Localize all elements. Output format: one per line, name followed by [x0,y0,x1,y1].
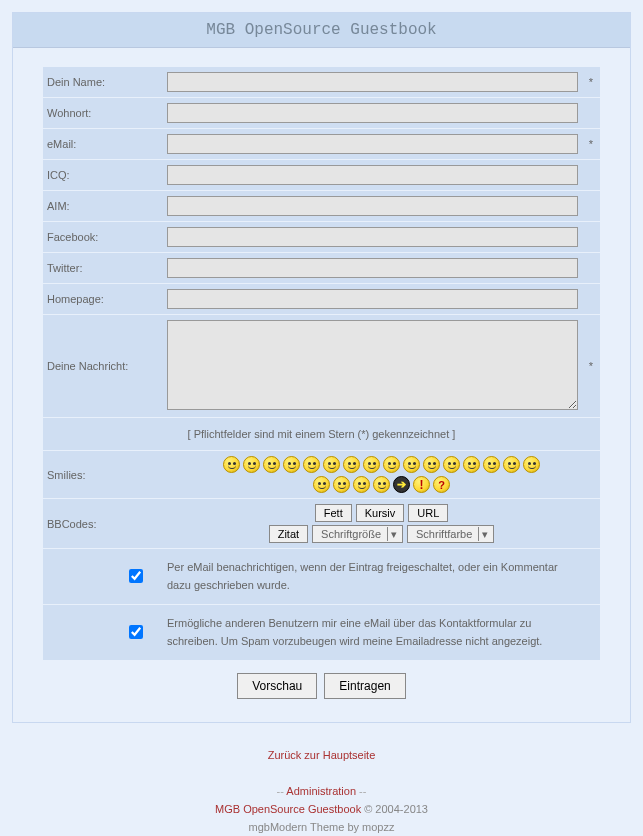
eintragen-button[interactable]: Eintragen [324,673,405,699]
bbcode-zitat-button[interactable]: Zitat [269,525,308,543]
smiley-evil-icon[interactable] [373,476,390,493]
smiley-tongue-icon[interactable] [363,456,380,473]
back-link[interactable]: Zurück zur Hauptseite [268,749,376,761]
smiley-arrow-icon[interactable]: ➔ [393,476,410,493]
message-required: * [582,315,600,418]
smiley-unsure-icon[interactable] [503,456,520,473]
product-link[interactable]: MGB OpenSource Guestbook [215,803,361,815]
wohnort-label: Wohnort: [43,98,163,129]
notify-checkbox[interactable] [129,569,143,583]
smiley-exclaim-icon[interactable]: ! [413,476,430,493]
form-table: Dein Name:* Wohnort: eMail:* ICQ: AIM: F… [43,66,600,704]
smiley-neutral-icon[interactable] [383,456,400,473]
smiley-grin-icon[interactable] [243,456,260,473]
aim-required [582,191,600,222]
bbcode-fontcolor-select[interactable]: Schriftfarbe▾ [407,525,494,543]
facebook-required [582,222,600,253]
facebook-input[interactable] [167,227,578,247]
bbcode-fett-button[interactable]: Fett [315,504,352,522]
smiley-wink-icon[interactable] [323,456,340,473]
required-note: [ Pflichtfelder sind mit einem Stern (*)… [43,418,600,451]
smiley-shy-icon[interactable] [443,456,460,473]
vorschau-button[interactable]: Vorschau [237,673,317,699]
homepage-required [582,284,600,315]
twitter-required [582,253,600,284]
smilies-label: Smilies: [43,451,163,499]
email-input[interactable] [167,134,578,154]
smiley-confused-icon[interactable] [423,456,440,473]
bbcode-fontsize-select[interactable]: Schriftgröße▾ [312,525,403,543]
icq-required [582,160,600,191]
form-area: Dein Name:* Wohnort: eMail:* ICQ: AIM: F… [13,48,630,722]
homepage-input[interactable] [167,289,578,309]
homepage-label: Homepage: [43,284,163,315]
smiley-happy-icon[interactable] [343,456,360,473]
notify-label: Per eMail benachrichtigen, wenn der Eint… [163,549,600,605]
icq-label: ICQ: [43,160,163,191]
twitter-input[interactable] [167,258,578,278]
name-required: * [582,67,600,98]
smiley-angry-icon[interactable] [353,476,370,493]
wohnort-required [582,98,600,129]
copyright-text: © 2004-2013 [361,803,428,815]
aim-input[interactable] [167,196,578,216]
smiley-meh-icon[interactable] [523,456,540,473]
message-label: Deine Nachricht: [43,315,163,418]
smiley-smile-icon[interactable] [223,456,240,473]
facebook-label: Facebook: [43,222,163,253]
email-required: * [582,129,600,160]
smiley-rolleyes-icon[interactable] [403,456,420,473]
smiley-biggrin-icon[interactable] [263,456,280,473]
icq-input[interactable] [167,165,578,185]
smiley-sad-icon[interactable] [463,456,480,473]
smiley-cool-icon[interactable] [303,456,320,473]
contact-label: Ermögliche anderen Benutzern mir eine eM… [163,605,600,661]
smilies-grid: ➔ ! ? [222,456,542,493]
chevron-down-icon: ▾ [387,527,400,541]
smiley-sick-icon[interactable] [313,476,330,493]
bbcode-buttons: Fett Kursiv URL Zitat Schriftgröße▾ Schr… [167,504,596,543]
smiley-laugh-icon[interactable] [283,456,300,473]
name-input[interactable] [167,72,578,92]
bbcodes-label: BBCodes: [43,499,163,549]
smiley-question-icon[interactable]: ? [433,476,450,493]
theme-credit: mgbModern Theme by mopzz [12,821,631,833]
message-textarea[interactable] [167,320,578,410]
bbcode-url-button[interactable]: URL [408,504,448,522]
name-label: Dein Name: [43,67,163,98]
smiley-cry-icon[interactable] [483,456,500,473]
smiley-sleepy-icon[interactable] [333,476,350,493]
page-title: MGB OpenSource Guestbook [13,13,630,48]
admin-link[interactable]: Administration [286,785,356,797]
footer: Zurück zur Hauptseite -- Administration … [12,723,631,836]
aim-label: AIM: [43,191,163,222]
guestbook-container: MGB OpenSource Guestbook Dein Name:* Woh… [12,12,631,723]
bbcode-kursiv-button[interactable]: Kursiv [356,504,405,522]
twitter-label: Twitter: [43,253,163,284]
email-label: eMail: [43,129,163,160]
chevron-down-icon: ▾ [478,527,491,541]
contact-checkbox[interactable] [129,625,143,639]
wohnort-input[interactable] [167,103,578,123]
